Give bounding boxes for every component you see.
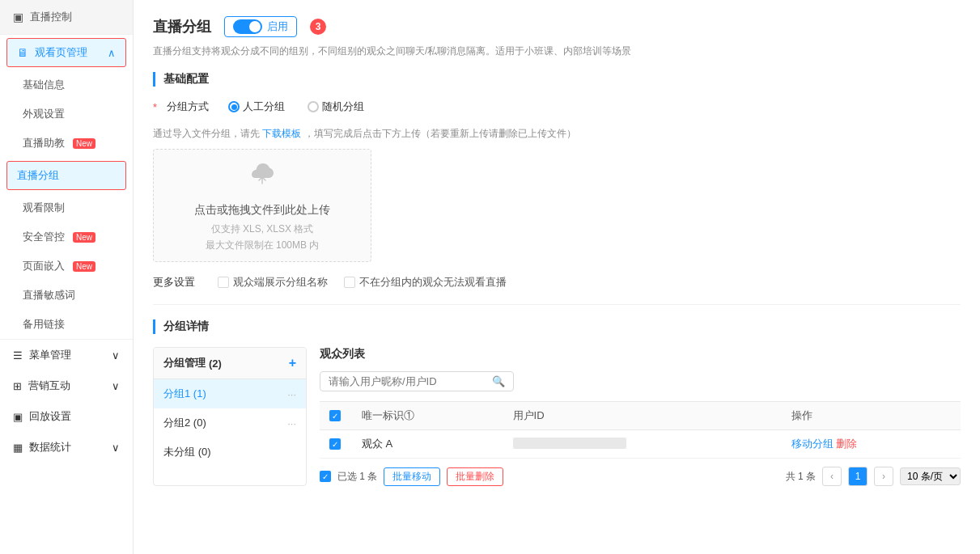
- replay-label: 回放设置: [29, 409, 71, 424]
- watch-icon: 🖥: [17, 46, 28, 59]
- basic-info-label: 基础信息: [23, 78, 65, 92]
- sidebar-sub-assistant[interactable]: 直播助教 New: [0, 129, 133, 158]
- table-footer: 已选 1 条 批量移动 批量删除 共 1 条 ‹ 1 › 10 条/页: [320, 467, 961, 486]
- sidebar-sub-basic-info[interactable]: 基础信息: [0, 70, 133, 99]
- group-item-unsorted[interactable]: 未分组 (0): [154, 438, 306, 467]
- delete-link[interactable]: 删除: [836, 438, 857, 450]
- group1-menu-icon[interactable]: ···: [287, 388, 296, 400]
- stats-chevron-icon: ∨: [112, 442, 120, 454]
- selected-count-text: 已选 1 条: [337, 470, 377, 484]
- group-management-header: 分组管理 (2) +: [154, 348, 306, 379]
- group-management-label: 分组管理: [163, 356, 206, 370]
- marketing-icon: ⊞: [13, 380, 22, 392]
- upload-dropzone[interactable]: 点击或拖拽文件到此处上传 仅支持 XLS, XLSX 格式 最大文件限制在 10…: [153, 149, 371, 262]
- group2-menu-icon[interactable]: ···: [287, 417, 296, 429]
- menu-management-label: 菜单管理: [29, 348, 71, 362]
- chevron-up-icon: ∧: [108, 47, 116, 59]
- toggle-container[interactable]: 启用: [224, 16, 297, 37]
- enable-toggle[interactable]: [233, 19, 262, 34]
- prev-page-button[interactable]: ‹: [822, 467, 842, 486]
- menu-icon: ☰: [13, 349, 23, 362]
- batch-delete-button[interactable]: 批量删除: [447, 467, 503, 486]
- assistant-label: 直播助教: [23, 136, 65, 150]
- radio-random[interactable]: 随机分组: [308, 99, 364, 114]
- group-item-1[interactable]: 分组1 (1) ···: [154, 379, 306, 408]
- sidebar-sub-backup-link[interactable]: 备用链接: [0, 310, 133, 339]
- per-page-select[interactable]: 10 条/页: [900, 467, 961, 485]
- checkbox-restrict-audience[interactable]: 不在分组内的观众无法观看直播: [344, 275, 507, 290]
- security-label: 安全管控: [23, 230, 65, 244]
- required-mark: *: [153, 101, 157, 113]
- embed-badge: New: [73, 261, 95, 272]
- page-title-row: 直播分组 启用 3: [153, 16, 961, 37]
- group-item-2[interactable]: 分组2 (0) ···: [154, 408, 306, 438]
- move-group-link[interactable]: 移动分组: [791, 438, 834, 450]
- group-method-row: * 分组方式 人工分组 随机分组: [153, 99, 961, 114]
- broadcast-control-label: 直播控制: [30, 10, 72, 24]
- sidebar-sub-embed[interactable]: 页面嵌入 New: [0, 252, 133, 281]
- next-page-button[interactable]: ›: [874, 467, 893, 486]
- checkbox-show-group-name[interactable]: 观众端展示分组名称: [218, 275, 328, 290]
- user-id-blurred: [513, 438, 626, 449]
- page-description: 直播分组支持将观众分成不同的组别，不同组别的观众之间聊天/私聊消息隔离。适用于小…: [153, 44, 961, 59]
- batch-move-button[interactable]: 批量移动: [384, 467, 440, 486]
- audience-search-input[interactable]: [329, 375, 487, 387]
- upload-main-text: 点击或拖拽文件到此处上传: [194, 203, 330, 218]
- download-template-link[interactable]: 下载模板: [262, 128, 301, 139]
- th-checkbox: [320, 402, 352, 430]
- sidebar-item-stats[interactable]: ▦ 数据统计 ∨: [0, 432, 133, 463]
- current-page-number[interactable]: 1: [848, 467, 868, 486]
- basic-config-title: 基础配置: [153, 72, 961, 87]
- upload-sub2: 最大文件限制在 100MB 内: [206, 237, 320, 253]
- sidebar-sub-group[interactable]: 直播分组: [6, 161, 126, 190]
- audience-list-header: 观众列表: [320, 347, 961, 362]
- sidebar-item-replay[interactable]: ▣ 回放设置: [0, 401, 133, 432]
- footer-left: 已选 1 条 批量移动 批量删除: [320, 467, 503, 486]
- main-area: 直播分组 启用 3 直播分组支持将观众分成不同的组别，不同组别的观众之间聊天/私…: [134, 0, 980, 554]
- sidebar-sub-watch-limit[interactable]: 观看限制: [0, 193, 133, 222]
- row-actions: 移动分组 删除: [782, 430, 961, 459]
- checkbox-show-group-name-label: 观众端展示分组名称: [233, 275, 328, 290]
- sidebar-sub-appearance[interactable]: 外观设置: [0, 99, 133, 129]
- sidebar-sub-security[interactable]: 安全管控 New: [0, 222, 133, 252]
- footer-checkbox[interactable]: [320, 471, 331, 482]
- sidebar-item-menu-management[interactable]: ☰ 菜单管理 ∨: [0, 339, 133, 370]
- row-checkbox[interactable]: [329, 438, 341, 450]
- sidebar-item-broadcast-control[interactable]: ▣ 直播控制: [0, 0, 133, 34]
- radio-manual[interactable]: 人工分组: [228, 99, 285, 114]
- radio-random-circle: [308, 101, 319, 112]
- upload-hint: 通过导入文件分组，请先 下载模板 ，填写完成后点击下方上传（若要重新上传请删除已…: [153, 127, 961, 141]
- row-audience-name: 观众 A: [352, 430, 503, 459]
- select-all-checkbox[interactable]: [329, 410, 341, 421]
- footer-right: 共 1 条 ‹ 1 › 10 条/页: [786, 467, 961, 486]
- toggle-slider: [233, 19, 262, 34]
- annotation-3: 3: [310, 19, 326, 35]
- sidebar-sub-sensitive[interactable]: 直播敏感词: [0, 281, 133, 310]
- upload-cloud-icon: [246, 158, 278, 197]
- replay-icon: ▣: [13, 411, 23, 423]
- upload-sub1: 仅支持 XLS, XLSX 格式: [211, 221, 314, 237]
- th-unique-id: 唯一标识①: [352, 402, 503, 430]
- group1-name: 分组1 (1): [163, 387, 206, 401]
- group-management-panel: 分组管理 (2) + 分组1 (1) ··· 分: [153, 347, 307, 486]
- add-group-button[interactable]: +: [289, 356, 296, 370]
- stats-label: 数据统计: [29, 440, 71, 455]
- stats-icon: ▦: [13, 442, 23, 454]
- backup-link-label: 备用链接: [23, 317, 65, 332]
- sidebar-section-watch: 🖥 观看页管理 ∧ 基础信息 外观设置 直播助教 New 直播分组 观看限制 安…: [0, 34, 133, 339]
- embed-label: 页面嵌入: [23, 259, 65, 273]
- total-text: 共 1 条: [786, 470, 816, 484]
- row-user-id: [503, 430, 782, 459]
- row-checkbox-cell[interactable]: [320, 430, 352, 459]
- main-content: 直播分组 启用 3 直播分组支持将观众分成不同的组别，不同组别的观众之间聊天/私…: [134, 0, 980, 554]
- sidebar-item-watch-management[interactable]: 🖥 观看页管理 ∧: [6, 38, 126, 67]
- appearance-label: 外观设置: [23, 107, 65, 121]
- audience-list-panel: 观众列表 🔍 唯一标识①: [320, 347, 961, 486]
- radio-manual-label: 人工分组: [243, 99, 285, 114]
- group-count: (2): [209, 357, 222, 370]
- sidebar-item-marketing[interactable]: ⊞ 营销互动 ∨: [0, 370, 133, 401]
- more-settings-row: 更多设置 观众端展示分组名称 不在分组内的观众无法观看直播: [153, 275, 961, 290]
- audience-search-box[interactable]: 🔍: [320, 371, 514, 391]
- group-section-container: 分组管理 (2) + 分组1 (1) ··· 分: [153, 347, 961, 486]
- checkbox-restrict-audience-box: [344, 277, 355, 288]
